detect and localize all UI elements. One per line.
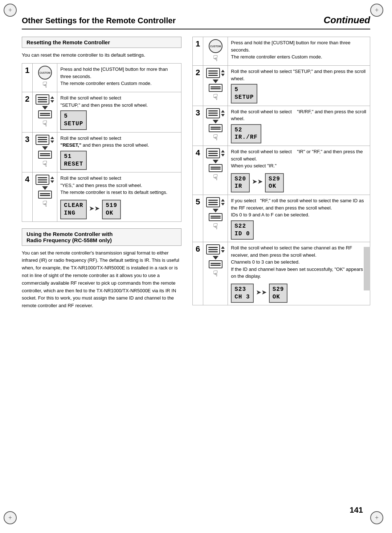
step-text: Roll the scroll wheel to select "SETUP,"…	[228, 66, 370, 106]
arrow-down-icon	[42, 186, 48, 190]
step-text: Roll the scroll wheel to select the same…	[228, 242, 370, 305]
scroll-with-arrow	[206, 197, 225, 207]
lcd-display-ok: S29OK	[269, 284, 288, 303]
arrow-up-icon	[50, 96, 54, 99]
step-icon-cell: ☟	[33, 92, 57, 133]
scroll-body	[206, 197, 220, 207]
custom-button-icon: CUSTOM	[209, 39, 222, 53]
bottom-section-desc: You can set the remote controller's tran…	[22, 249, 181, 310]
step-num: 4	[22, 172, 33, 221]
step-text: If you select "RF," roll the scroll whee…	[228, 195, 370, 242]
scroll-body	[206, 68, 220, 78]
lcd-display-ir: S20IR	[231, 173, 250, 193]
arrow-sequence: ➤➤	[89, 204, 100, 213]
table-row: 2	[193, 66, 370, 106]
lcd-display-clearing: CLEARING	[60, 200, 87, 219]
corner-bl	[4, 511, 22, 529]
step-num: 6	[193, 242, 203, 305]
step-text: Roll the scroll wheel to select "YES," a…	[57, 172, 181, 221]
arrow-up-icon	[221, 110, 225, 113]
scroll-body	[206, 244, 220, 255]
step-text: Press and hold the [CUSTOM] button for m…	[57, 64, 181, 92]
arrow-down-icon	[221, 74, 225, 76]
bottom-section-title: Using the Remote Controller withRadio Fr…	[22, 228, 181, 246]
table-row: 3	[193, 106, 370, 146]
lcd-display-ch: S23CH 3	[231, 284, 253, 303]
scroll-bottom-icon	[38, 110, 52, 118]
main-content: Resetting the Remote Controller You can …	[22, 37, 370, 310]
page-number: 141	[350, 505, 363, 515]
scroll-body	[36, 94, 49, 105]
table-row: 5	[193, 195, 370, 242]
step-text: Roll the scroll wheel to select "IR" or …	[228, 146, 370, 195]
scroll-bottom-icon	[209, 260, 222, 268]
right-steps-table: 1 CUSTOM ☟ Press and hold the [CUSTOM] b…	[192, 37, 370, 305]
scroll-body	[206, 108, 220, 118]
step-num: 2	[22, 92, 33, 133]
step-icon-cell: ☟	[203, 66, 228, 106]
scroll-with-arrow	[206, 148, 225, 158]
table-row: 2	[22, 92, 181, 133]
step-icon-cell: ☟	[203, 146, 228, 195]
corner-tl	[4, 4, 22, 22]
scroll-body	[36, 135, 49, 145]
hand-icon: ☟	[206, 54, 225, 63]
custom-button-icon: CUSTOM	[38, 66, 52, 80]
arrow-down-icon	[221, 203, 225, 206]
hand-press-icon: ☟	[206, 93, 225, 102]
left-section-title: Resetting the Remote Controller	[22, 37, 181, 48]
scroll-with-arrow	[36, 175, 54, 185]
table-row: 1 CUSTOM ☟ Press and hold the [CUSTOM] b…	[22, 64, 181, 92]
hand-press-icon: ☟	[36, 199, 54, 209]
scroll-with-arrow	[36, 94, 54, 105]
corner-tr	[370, 4, 388, 22]
arrow-down-icon	[50, 100, 54, 103]
scroll-body	[206, 148, 220, 158]
arrow-up-icon	[221, 70, 225, 72]
arrow-sequence: ➤➤	[256, 288, 267, 297]
scroll-bottom-icon	[209, 84, 222, 92]
arrow-down-icon	[42, 146, 48, 150]
step-num: 2	[193, 66, 203, 106]
hand-press-icon: ☟	[206, 133, 225, 142]
step-text: Roll the scroll wheel to select "SETUP,"…	[57, 92, 181, 133]
scroll-with-arrow	[36, 135, 54, 145]
arrow-down-icon	[213, 209, 219, 212]
lcd-display-ok: S29OK	[265, 173, 284, 193]
arrow-down-icon	[221, 154, 225, 156]
arrow-down-icon	[221, 114, 225, 117]
left-section-desc: You can reset the remote controller to i…	[22, 52, 181, 59]
arrow-up-icon	[221, 199, 225, 202]
step-num: 1	[193, 37, 203, 66]
arrow-up-icon	[221, 150, 225, 152]
step-num: 1	[22, 64, 33, 92]
step-icon-cell: CUSTOM ☟	[33, 64, 57, 92]
arrow-down-icon	[221, 250, 225, 253]
arrow-down-icon	[50, 141, 54, 143]
arrow-down-icon	[213, 160, 219, 163]
lcd-display-ok: 519OK	[102, 200, 121, 219]
page-title: Other Settings for the Remote Controller	[22, 16, 176, 25]
page-container: Other Settings for the Remote Controller…	[0, 0, 392, 533]
table-row: 6	[193, 242, 370, 305]
table-row: 3	[22, 132, 181, 172]
lcd-row: S20IR ➤➤ S29OK	[231, 171, 367, 193]
lcd-display: 5SETUP	[60, 110, 87, 130]
step-num: 5	[193, 195, 203, 242]
arrow-down-icon	[213, 120, 219, 123]
arrow-sequence: ➤➤	[252, 177, 263, 187]
hand-icon: ☟	[36, 80, 54, 90]
arrow-down-icon	[213, 80, 219, 83]
arrow-down-icon	[213, 256, 219, 260]
lcd-display: 52IR./RF	[231, 124, 261, 144]
corner-br	[370, 511, 388, 529]
scroll-bottom-icon	[38, 191, 52, 199]
lcd-display: 51RESET	[60, 151, 87, 170]
arrow-up-icon	[221, 246, 225, 249]
hand-press-icon: ☟	[206, 269, 225, 278]
arrow-down-icon	[50, 180, 54, 183]
lcd-row: CLEARING ➤➤ 519OK	[60, 198, 178, 219]
scroll-with-arrow	[206, 68, 225, 78]
table-row: 4	[22, 172, 181, 221]
step-text: Press and hold the [CUSTOM] button for m…	[228, 37, 370, 66]
